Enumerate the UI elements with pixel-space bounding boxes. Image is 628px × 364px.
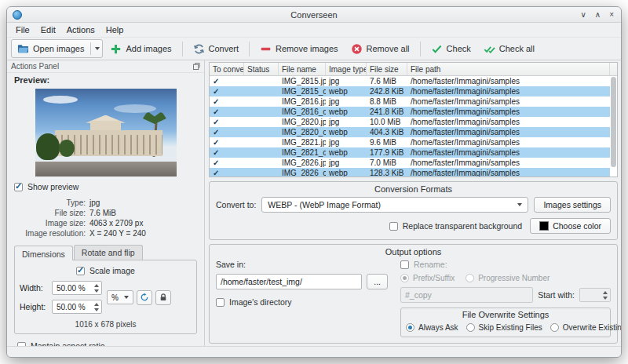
open-dropdown-icon[interactable] [95, 47, 100, 50]
height-spinbox[interactable]: 50.00 % [52, 300, 102, 314]
check-all-button[interactable]: Check all [478, 41, 540, 57]
row-checkbox[interactable]: ✓ [210, 169, 244, 177]
table-row[interactable]: ✓IMG_2816.jpgjpg8.8 MiB/home/faster/Imma… [210, 96, 610, 107]
col-file-path[interactable]: File path [407, 63, 610, 75]
overwrite-existing-radio[interactable] [550, 323, 559, 332]
row-filename: IMG_2821.jpg [279, 138, 326, 147]
show-preview-checkbox[interactable] [14, 183, 23, 191]
check-button[interactable]: Check [425, 41, 476, 57]
menu-file[interactable]: File [10, 24, 35, 35]
spin-down-icon[interactable] [603, 297, 608, 300]
prefix-suffix-radio[interactable] [400, 274, 409, 282]
scale-image-checkbox[interactable] [76, 267, 85, 275]
table-row[interactable]: ✓IMG_2815_co...webp242.8 KiB/home/faster… [210, 86, 610, 96]
row-filename: IMG_2826_co... [279, 169, 326, 177]
statusbar [7, 346, 621, 357]
row-checkbox[interactable]: ✓ [210, 139, 244, 147]
row-size: 242.8 KiB [367, 87, 407, 96]
col-status[interactable]: Status [244, 63, 279, 75]
rename-pattern-input[interactable]: #_copy [400, 287, 533, 303]
table-row[interactable]: ✓IMG_2820.jpgjpg10.0 MiB/home/faster/Imm… [210, 117, 610, 127]
titlebar[interactable]: Converseen ∨ ∧ × [7, 7, 621, 23]
add-images-button[interactable]: Add images [104, 41, 177, 57]
menu-help[interactable]: Help [100, 24, 130, 35]
col-file-name[interactable]: File name [279, 63, 326, 75]
tab-rotate-flip[interactable]: Rotate and flip [74, 245, 143, 260]
row-checkbox[interactable]: ✓ [210, 159, 244, 167]
add-icon [110, 43, 122, 55]
palm-crown-shape [143, 111, 166, 124]
skip-existing-radio[interactable] [466, 323, 475, 332]
table-row[interactable]: ✓IMG_2815.jpgjpg7.6 MiB/home/faster/Imma… [210, 76, 610, 86]
unit-combobox[interactable]: % [107, 290, 133, 304]
browse-label: ... [374, 277, 381, 286]
check-all-icon [484, 43, 495, 55]
row-checkbox[interactable]: ✓ [210, 149, 244, 157]
close-button[interactable]: × [609, 11, 614, 19]
row-checkbox[interactable]: ✓ [210, 118, 244, 126]
check-all-label: Check all [499, 44, 535, 53]
images-settings-button[interactable]: Images settings [534, 197, 611, 213]
choose-color-button[interactable]: Choose color [530, 218, 611, 234]
spin-up-icon[interactable] [603, 291, 608, 294]
table-row[interactable]: ✓IMG_2826_co...webp128.3 KiB/home/faster… [210, 168, 610, 177]
rename-option: Rename: [400, 260, 611, 269]
row-size: 8.8 MiB [367, 97, 407, 106]
row-checkbox[interactable]: ✓ [210, 108, 244, 116]
menu-actions[interactable]: Actions [61, 24, 100, 35]
row-checkbox[interactable]: ✓ [210, 88, 244, 96]
browse-button[interactable]: ... [367, 274, 388, 289]
row-checkbox[interactable]: ✓ [210, 129, 244, 136]
resolution-value: X = 240 Y = 240 [89, 228, 146, 238]
width-label: Width: [20, 283, 48, 293]
progressive-number-label: Progressive Number [478, 274, 550, 282]
table-row[interactable]: ✓IMG_2816_co...webp241.8 KiB/home/faster… [210, 107, 610, 117]
show-preview-option: Show preview [14, 182, 197, 191]
row-checkbox[interactable]: ✓ [210, 98, 244, 106]
table-row[interactable]: ✓IMG_2821_co...webp177.9 KiB/home/faster… [210, 147, 610, 158]
lock-ratio-button[interactable] [155, 290, 171, 305]
start-with-spinbox[interactable] [579, 288, 611, 302]
table-row[interactable]: ✓IMG_2826.jpgjpg7.0 MiB/home/faster/Imma… [210, 158, 610, 168]
row-type: webp [326, 128, 367, 136]
col-to-convert[interactable]: To convert [210, 63, 244, 75]
remove-all-button[interactable]: Remove all [345, 41, 415, 57]
convert-button[interactable]: Convert [188, 41, 245, 57]
progressive-number-radio[interactable] [466, 274, 474, 282]
replace-bg-checkbox[interactable] [389, 222, 398, 231]
spin-down-icon[interactable] [94, 289, 99, 293]
maximize-button[interactable]: ∧ [595, 11, 601, 19]
rename-checkbox[interactable] [400, 260, 409, 269]
open-images-button[interactable]: Open images [11, 39, 103, 58]
row-size: 9.6 MiB [367, 138, 407, 147]
save-path-input[interactable]: /home/faster/test_img/ [216, 274, 362, 289]
col-file-size[interactable]: File size [367, 63, 407, 75]
table-scrollbar[interactable] [611, 77, 616, 175]
convert-label: Convert [209, 44, 239, 53]
row-size: 177.9 KiB [367, 148, 407, 157]
spin-up-icon[interactable] [94, 303, 99, 306]
col-image-type[interactable]: Image type [326, 63, 367, 75]
table-row[interactable]: ✓IMG_2820_co...webp404.3 KiB/home/faster… [210, 127, 610, 137]
row-checkbox[interactable]: ✓ [210, 78, 244, 86]
minimize-button[interactable]: ∨ [581, 11, 586, 19]
images-directory-checkbox[interactable] [216, 298, 225, 307]
scrollbar-thumb[interactable] [611, 77, 616, 167]
row-path: /home/faster/Immagini/samples [407, 77, 610, 86]
float-panel-icon[interactable] [193, 63, 200, 70]
maintain-ratio-checkbox[interactable] [17, 342, 26, 347]
spin-down-icon[interactable] [94, 308, 99, 311]
menu-edit[interactable]: Edit [35, 24, 61, 35]
reset-dimensions-button[interactable] [137, 290, 152, 305]
start-with-label: Start with: [538, 290, 575, 300]
save-in-label: Save in: [216, 260, 388, 269]
spin-up-icon[interactable] [94, 284, 99, 287]
width-spinbox[interactable]: 50.00 % [52, 281, 102, 295]
table-row[interactable]: ✓IMG_2821.jpgjpg9.6 MiB/home/faster/Imma… [210, 137, 610, 147]
always-ask-radio[interactable] [406, 323, 414, 332]
menubar: File Edit Actions Help [7, 23, 621, 37]
remove-images-button[interactable]: Remove images [254, 41, 343, 57]
tab-dimensions[interactable]: Dimensions [14, 246, 73, 260]
format-combobox[interactable]: WEBP - (WebP Image Format) [261, 197, 528, 213]
check-icon [431, 43, 443, 55]
